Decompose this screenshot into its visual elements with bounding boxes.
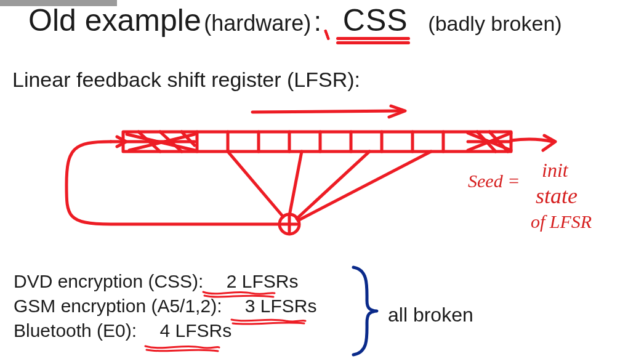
examples-list: DVD encryption (CSS): 2 LFSRs GSM encryp… xyxy=(14,271,320,345)
slide: { "title": { "big": "Old example", "hard… xyxy=(0,0,644,364)
subtitle-lfsr: Linear feedback shift register (LFSR): xyxy=(12,68,360,92)
hand-init: init xyxy=(542,160,568,181)
title-old-example: Old example xyxy=(28,3,201,38)
label-bt: Bluetooth (E0): xyxy=(14,320,137,341)
underline-css-2 xyxy=(336,41,410,44)
underline-css-1 xyxy=(336,37,410,40)
underline-bt xyxy=(144,342,220,351)
title-row: Old example (hardware) : CSS (badly brok… xyxy=(28,2,619,38)
value-bt: 4 LFSRs xyxy=(157,320,234,341)
label-all-broken: all broken xyxy=(388,304,473,326)
title-badly-broken: (badly broken) xyxy=(428,12,561,35)
underline-gsm xyxy=(230,316,307,325)
hand-seed-eq: Seed = xyxy=(468,171,520,191)
value-dvd: 2 LFSRs xyxy=(224,271,301,292)
underline-dvd xyxy=(202,289,276,298)
row-dvd: DVD encryption (CSS): 2 LFSRs xyxy=(14,271,320,292)
hand-of-lfsr: of LFSR xyxy=(531,212,592,232)
label-dvd: DVD encryption (CSS): xyxy=(14,271,203,291)
brace-icon xyxy=(345,265,382,360)
title-css: CSS xyxy=(339,3,412,38)
title-hardware: (hardware) xyxy=(204,10,311,36)
label-gsm: GSM encryption (A5/1,2): xyxy=(14,296,222,316)
hand-state: state xyxy=(536,185,578,208)
